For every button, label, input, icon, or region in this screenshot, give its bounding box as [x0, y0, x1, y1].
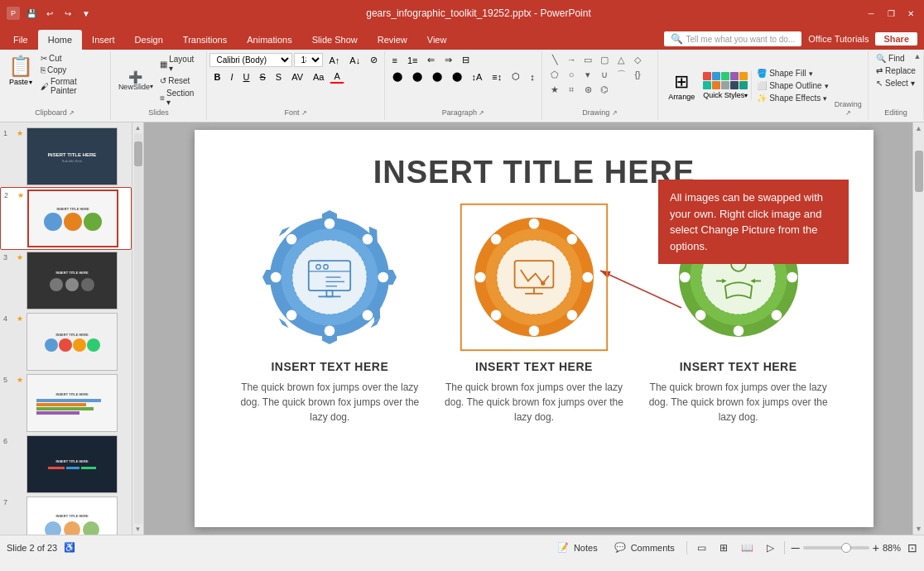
- normal-view-btn[interactable]: ▭: [694, 541, 710, 554]
- office-tutorials-link[interactable]: Office Tutorials: [808, 34, 869, 44]
- char-spacing-btn[interactable]: AV: [287, 70, 307, 84]
- canvas-scrollbar-v[interactable]: ▲ ▼: [912, 122, 924, 535]
- text-direction-btn[interactable]: ↕A: [468, 70, 487, 84]
- reset-button[interactable]: ↺ Reset: [157, 75, 201, 86]
- shadow-button[interactable]: S: [272, 70, 286, 84]
- minimize-btn[interactable]: ─: [864, 7, 878, 20]
- shape-custom4[interactable]: ⊛: [580, 83, 595, 96]
- redo-btn[interactable]: ↪: [61, 7, 75, 20]
- select-button[interactable]: ↖ Select ▾: [873, 78, 918, 89]
- reading-view-btn[interactable]: 📖: [738, 541, 757, 554]
- change-case-btn[interactable]: Aa: [309, 70, 328, 84]
- shape-custom3[interactable]: ⌗: [564, 83, 579, 96]
- underline-button[interactable]: U: [238, 70, 253, 84]
- align-left-btn[interactable]: ⬤: [388, 70, 407, 84]
- notes-button[interactable]: 📝 Notes: [552, 542, 603, 553]
- shape-star[interactable]: ★: [547, 83, 562, 96]
- new-slide-button[interactable]: ➕ New Slide ▾: [116, 70, 156, 93]
- tab-design[interactable]: Design: [125, 30, 173, 50]
- strikethrough-button[interactable]: S: [255, 70, 269, 84]
- increase-font-btn[interactable]: A↑: [325, 54, 344, 67]
- slide-item-5[interactable]: 5 ★ INSERT TITLE HERE: [0, 372, 132, 434]
- bullets-btn[interactable]: ≡: [388, 54, 402, 67]
- slide-panel-scrollbar[interactable]: ▲ ▼: [132, 122, 144, 535]
- save-title-btn[interactable]: 💾: [25, 7, 38, 20]
- scroll-down-arrow[interactable]: ▼: [135, 525, 142, 533]
- numbering-btn[interactable]: 1≡: [403, 54, 422, 67]
- slide-item-7[interactable]: 7 ★ INSERT TITLE HERE: [0, 495, 132, 535]
- tab-home[interactable]: Home: [38, 30, 82, 50]
- tab-insert[interactable]: Insert: [82, 30, 125, 50]
- slide-canvas[interactable]: INSERT TITLE HERE All images can be swap…: [195, 130, 873, 527]
- decrease-font-btn[interactable]: A↓: [345, 54, 364, 67]
- line-spacing-btn[interactable]: ↕: [526, 70, 539, 84]
- scroll-thumb[interactable]: [134, 142, 142, 166]
- slide-item-1[interactable]: 1 ★ INSERT TITLE HERE Sub-title Here: [0, 126, 132, 187]
- shape-pentagon[interactable]: ⬠: [547, 68, 562, 81]
- font-color-btn[interactable]: A: [330, 70, 344, 84]
- format-painter-button[interactable]: 🖌 Format Painter: [38, 76, 105, 96]
- customize-btn[interactable]: ▼: [79, 7, 93, 20]
- paste-button[interactable]: 📋 Paste ▾: [5, 53, 36, 88]
- justify-btn[interactable]: ⬤: [448, 70, 466, 84]
- zoom-in-btn[interactable]: +: [873, 541, 879, 554]
- slide-item-4[interactable]: 4 ★ INSERT TITLE HERE: [0, 311, 132, 372]
- zoom-slider[interactable]: [803, 546, 869, 549]
- close-btn[interactable]: ✕: [904, 7, 917, 20]
- shape-outline-button[interactable]: ⬜ Shape Outline ▾: [753, 80, 831, 91]
- find-button[interactable]: 🔍 Find: [873, 53, 907, 64]
- shape-more[interactable]: ▾: [580, 68, 595, 81]
- tab-slideshow[interactable]: Slide Show: [302, 30, 368, 50]
- shape-custom1[interactable]: ⌒: [614, 68, 628, 81]
- shape-arrow[interactable]: →: [564, 53, 579, 66]
- scroll-up-arrow[interactable]: ▲: [135, 124, 142, 132]
- fit-slide-btn[interactable]: ⊡: [907, 541, 917, 554]
- tab-view[interactable]: View: [417, 30, 457, 50]
- shape-custom5[interactable]: ⌬: [597, 83, 612, 96]
- slide-item-2[interactable]: 2 ★ INSERT TITLE HERE: [0, 187, 132, 250]
- shape-roundrect[interactable]: ▢: [597, 53, 612, 66]
- ribbon-expand-btn[interactable]: ▲: [911, 50, 924, 63]
- shape-line[interactable]: ╲: [547, 53, 562, 66]
- indent-decrease-btn[interactable]: ⇐: [423, 53, 439, 67]
- cut-button[interactable]: ✂ Cut: [38, 53, 105, 64]
- share-button[interactable]: Share: [875, 32, 917, 46]
- bold-button[interactable]: B: [209, 70, 224, 84]
- columns-btn[interactable]: ⊟: [458, 53, 474, 67]
- quick-styles-button[interactable]: Quick Styles ▾: [700, 70, 752, 101]
- zoom-out-btn[interactable]: ─: [792, 541, 800, 554]
- align-center-btn[interactable]: ⬤: [408, 70, 426, 84]
- tab-animations[interactable]: Animations: [237, 30, 301, 50]
- align-text-btn[interactable]: ≡↕: [488, 70, 506, 84]
- restore-btn[interactable]: ❐: [884, 7, 898, 20]
- shape-triangle[interactable]: △: [614, 53, 628, 66]
- tab-file[interactable]: File: [3, 30, 38, 50]
- shape-circle[interactable]: ○: [564, 68, 579, 81]
- accessibility-btn[interactable]: ♿: [64, 542, 75, 553]
- font-size-select[interactable]: 18: [294, 53, 323, 67]
- undo-btn[interactable]: ↩: [43, 7, 56, 20]
- align-right-btn[interactable]: ⬤: [428, 70, 446, 84]
- shape-curve[interactable]: ∪: [597, 68, 612, 81]
- slide-show-btn[interactable]: ▷: [763, 541, 777, 554]
- font-name-select[interactable]: Calibri (Body): [209, 53, 292, 67]
- layout-button[interactable]: ▦ Layout ▾: [157, 54, 201, 74]
- shape-effects-button[interactable]: ✨ Shape Effects ▾: [753, 93, 831, 103]
- shape-rect[interactable]: ▭: [580, 53, 595, 66]
- slide-item-6[interactable]: 6 ★ INSERT TITLE HERE: [0, 434, 132, 495]
- tab-transitions[interactable]: Transitions: [173, 30, 237, 50]
- canvas-scroll-down[interactable]: ▼: [913, 523, 924, 535]
- shape-custom2[interactable]: {}: [630, 68, 645, 81]
- replace-button[interactable]: ⇄ Replace: [873, 65, 919, 76]
- indent-increase-btn[interactable]: ⇒: [440, 53, 456, 67]
- tab-review[interactable]: Review: [368, 30, 417, 50]
- italic-button[interactable]: I: [226, 70, 237, 84]
- shape-fill-button[interactable]: 🪣 Shape Fill ▾: [753, 68, 831, 79]
- arrange-button[interactable]: ⊞ Arrange: [663, 70, 700, 103]
- slide-item-3[interactable]: 3 ★ INSERT TITLE HERE: [0, 250, 132, 311]
- section-button[interactable]: ≡ Section ▾: [157, 88, 201, 108]
- comments-button[interactable]: 💬 Comments: [609, 542, 680, 553]
- slide-sorter-btn[interactable]: ⊞: [716, 541, 731, 554]
- canvas-scroll-thumb[interactable]: [915, 151, 923, 192]
- search-box[interactable]: 🔍 Tell me what you want to do...: [664, 31, 802, 46]
